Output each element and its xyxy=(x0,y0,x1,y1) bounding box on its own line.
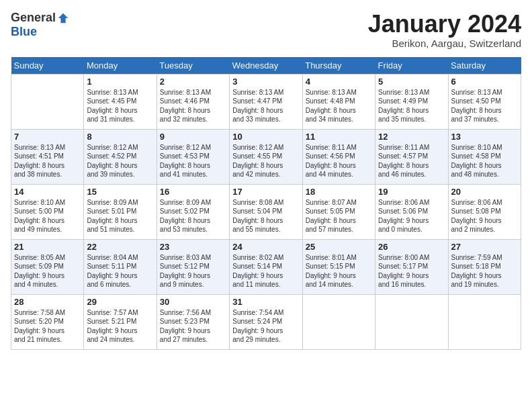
cell-day-number: 24 xyxy=(232,242,299,252)
calendar-cell: 15Sunrise: 8:09 AM Sunset: 5:01 PM Dayli… xyxy=(84,184,157,239)
cell-day-number: 3 xyxy=(232,77,299,87)
cell-day-number: 15 xyxy=(87,187,153,197)
calendar-cell: 10Sunrise: 8:12 AM Sunset: 4:55 PM Dayli… xyxy=(230,129,302,184)
cell-info: Sunrise: 7:59 AM Sunset: 5:18 PM Dayligh… xyxy=(451,253,518,289)
calendar-cell: 3Sunrise: 8:13 AM Sunset: 4:47 PM Daylig… xyxy=(230,74,302,129)
cell-day-number: 11 xyxy=(306,132,372,142)
calendar-cell: 19Sunrise: 8:06 AM Sunset: 5:06 PM Dayli… xyxy=(375,184,448,239)
cell-info: Sunrise: 8:09 AM Sunset: 5:02 PM Dayligh… xyxy=(160,198,226,234)
calendar-cell: 11Sunrise: 8:11 AM Sunset: 4:56 PM Dayli… xyxy=(302,129,375,184)
cell-day-number: 18 xyxy=(306,187,372,197)
cell-info: Sunrise: 8:06 AM Sunset: 5:08 PM Dayligh… xyxy=(451,198,518,234)
col-header-tuesday: Tuesday xyxy=(157,57,229,75)
calendar-cell: 27Sunrise: 7:59 AM Sunset: 5:18 PM Dayli… xyxy=(448,239,521,294)
calendar-cell: 31Sunrise: 7:54 AM Sunset: 5:24 PM Dayli… xyxy=(230,294,302,349)
cell-day-number: 21 xyxy=(14,242,81,252)
cell-info: Sunrise: 8:12 AM Sunset: 4:53 PM Dayligh… xyxy=(160,143,226,179)
location: Berikon, Aargau, Switzerland xyxy=(368,38,521,49)
cell-info: Sunrise: 7:54 AM Sunset: 5:24 PM Dayligh… xyxy=(232,308,299,345)
cell-day-number: 25 xyxy=(306,242,372,252)
cell-info: Sunrise: 8:04 AM Sunset: 5:11 PM Dayligh… xyxy=(87,253,153,289)
col-header-friday: Friday xyxy=(375,57,448,75)
week-row-5: 28Sunrise: 7:58 AM Sunset: 5:20 PM Dayli… xyxy=(11,294,521,349)
calendar-cell: 7Sunrise: 8:13 AM Sunset: 4:51 PM Daylig… xyxy=(11,129,84,184)
week-row-2: 7Sunrise: 8:13 AM Sunset: 4:51 PM Daylig… xyxy=(11,129,521,184)
cell-info: Sunrise: 8:13 AM Sunset: 4:49 PM Dayligh… xyxy=(378,88,445,124)
calendar-cell: 26Sunrise: 8:00 AM Sunset: 5:17 PM Dayli… xyxy=(375,239,448,294)
cell-info: Sunrise: 8:13 AM Sunset: 4:50 PM Dayligh… xyxy=(451,88,518,124)
cell-day-number: 30 xyxy=(160,297,226,307)
cell-info: Sunrise: 8:08 AM Sunset: 5:04 PM Dayligh… xyxy=(232,198,299,234)
calendar-cell: 24Sunrise: 8:02 AM Sunset: 5:14 PM Dayli… xyxy=(230,239,302,294)
calendar-cell: 20Sunrise: 8:06 AM Sunset: 5:08 PM Dayli… xyxy=(448,184,521,239)
week-row-4: 21Sunrise: 8:05 AM Sunset: 5:09 PM Dayli… xyxy=(11,239,521,294)
logo-general-text: General xyxy=(11,11,56,25)
calendar-cell: 30Sunrise: 7:56 AM Sunset: 5:23 PM Dayli… xyxy=(157,294,229,349)
cell-day-number: 9 xyxy=(160,132,226,142)
cell-day-number: 20 xyxy=(451,187,518,197)
cell-info: Sunrise: 8:10 AM Sunset: 5:00 PM Dayligh… xyxy=(14,198,81,234)
cell-day-number: 16 xyxy=(160,187,226,197)
cell-info: Sunrise: 8:13 AM Sunset: 4:46 PM Dayligh… xyxy=(160,88,226,124)
week-row-3: 14Sunrise: 8:10 AM Sunset: 5:00 PM Dayli… xyxy=(11,184,521,239)
cell-day-number: 19 xyxy=(378,187,445,197)
calendar-cell: 6Sunrise: 8:13 AM Sunset: 4:50 PM Daylig… xyxy=(448,74,521,129)
col-header-saturday: Saturday xyxy=(448,57,521,75)
calendar-cell: 5Sunrise: 8:13 AM Sunset: 4:49 PM Daylig… xyxy=(375,74,448,129)
calendar-cell: 2Sunrise: 8:13 AM Sunset: 4:46 PM Daylig… xyxy=(157,74,229,129)
logo-icon xyxy=(57,12,69,24)
cell-info: Sunrise: 8:11 AM Sunset: 4:57 PM Dayligh… xyxy=(378,143,445,179)
calendar-cell: 28Sunrise: 7:58 AM Sunset: 5:20 PM Dayli… xyxy=(11,294,84,349)
cell-day-number: 22 xyxy=(87,242,153,252)
cell-info: Sunrise: 8:13 AM Sunset: 4:45 PM Dayligh… xyxy=(87,88,153,124)
cell-info: Sunrise: 8:07 AM Sunset: 5:05 PM Dayligh… xyxy=(306,198,372,234)
calendar-cell: 17Sunrise: 8:08 AM Sunset: 5:04 PM Dayli… xyxy=(230,184,302,239)
header-row: SundayMondayTuesdayWednesdayThursdayFrid… xyxy=(11,57,521,75)
cell-day-number: 28 xyxy=(14,297,81,307)
cell-info: Sunrise: 8:11 AM Sunset: 4:56 PM Dayligh… xyxy=(306,143,372,179)
col-header-thursday: Thursday xyxy=(302,57,375,75)
title-block: January 2024 Berikon, Aargau, Switzerlan… xyxy=(368,11,521,49)
cell-info: Sunrise: 8:00 AM Sunset: 5:17 PM Dayligh… xyxy=(378,253,445,289)
cell-info: Sunrise: 7:56 AM Sunset: 5:23 PM Dayligh… xyxy=(160,308,226,345)
cell-day-number: 27 xyxy=(451,242,518,252)
cell-info: Sunrise: 8:12 AM Sunset: 4:52 PM Dayligh… xyxy=(87,143,153,179)
month-title: January 2024 xyxy=(368,11,521,38)
calendar-cell xyxy=(302,294,375,349)
cell-info: Sunrise: 8:13 AM Sunset: 4:48 PM Dayligh… xyxy=(306,88,372,124)
cell-info: Sunrise: 8:06 AM Sunset: 5:06 PM Dayligh… xyxy=(378,198,445,234)
cell-day-number: 6 xyxy=(451,77,518,87)
logo-blue-text: Blue xyxy=(11,25,37,39)
cell-info: Sunrise: 8:09 AM Sunset: 5:01 PM Dayligh… xyxy=(87,198,153,234)
cell-day-number: 8 xyxy=(87,132,153,142)
cell-day-number: 13 xyxy=(451,132,518,142)
cell-info: Sunrise: 7:57 AM Sunset: 5:21 PM Dayligh… xyxy=(87,308,153,345)
calendar-cell: 29Sunrise: 7:57 AM Sunset: 5:21 PM Dayli… xyxy=(84,294,157,349)
svg-marker-0 xyxy=(58,13,68,22)
cell-day-number: 2 xyxy=(160,77,226,87)
calendar-cell: 8Sunrise: 8:12 AM Sunset: 4:52 PM Daylig… xyxy=(84,129,157,184)
cell-day-number: 14 xyxy=(14,187,81,197)
cell-day-number: 26 xyxy=(378,242,445,252)
cell-info: Sunrise: 8:13 AM Sunset: 4:47 PM Dayligh… xyxy=(232,88,299,124)
calendar-cell: 18Sunrise: 8:07 AM Sunset: 5:05 PM Dayli… xyxy=(302,184,375,239)
calendar-cell: 23Sunrise: 8:03 AM Sunset: 5:12 PM Dayli… xyxy=(157,239,229,294)
cell-day-number: 31 xyxy=(232,297,299,307)
page-container: General Blue January 2024 Berikon, Aarga… xyxy=(0,0,532,355)
calendar-cell: 13Sunrise: 8:10 AM Sunset: 4:58 PM Dayli… xyxy=(448,129,521,184)
calendar-cell xyxy=(375,294,448,349)
cell-day-number: 5 xyxy=(378,77,445,87)
cell-info: Sunrise: 8:01 AM Sunset: 5:15 PM Dayligh… xyxy=(306,253,372,289)
calendar-cell xyxy=(11,74,84,129)
cell-day-number: 10 xyxy=(232,132,299,142)
cell-info: Sunrise: 8:02 AM Sunset: 5:14 PM Dayligh… xyxy=(232,253,299,289)
calendar-cell: 9Sunrise: 8:12 AM Sunset: 4:53 PM Daylig… xyxy=(157,129,229,184)
col-header-monday: Monday xyxy=(84,57,157,75)
cell-day-number: 17 xyxy=(232,187,299,197)
calendar-table: SundayMondayTuesdayWednesdayThursdayFrid… xyxy=(11,57,521,350)
calendar-cell: 21Sunrise: 8:05 AM Sunset: 5:09 PM Dayli… xyxy=(11,239,84,294)
calendar-cell: 16Sunrise: 8:09 AM Sunset: 5:02 PM Dayli… xyxy=(157,184,229,239)
cell-info: Sunrise: 8:12 AM Sunset: 4:55 PM Dayligh… xyxy=(232,143,299,179)
cell-info: Sunrise: 7:58 AM Sunset: 5:20 PM Dayligh… xyxy=(14,308,81,345)
calendar-cell: 1Sunrise: 8:13 AM Sunset: 4:45 PM Daylig… xyxy=(84,74,157,129)
